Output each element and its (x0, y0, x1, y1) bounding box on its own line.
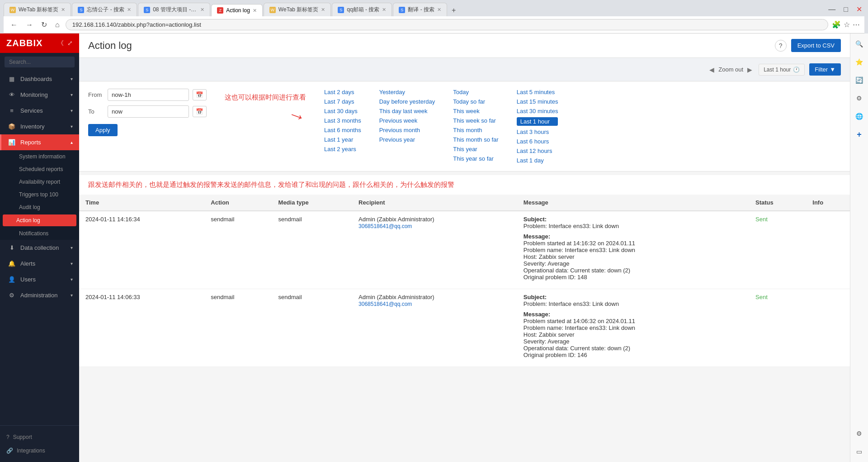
help-button[interactable]: ? (775, 40, 787, 52)
sidebar-item-alerts[interactable]: 🔔 Alerts ▾ (0, 256, 79, 271)
clock-icon: 🕐 (793, 67, 800, 73)
to-calendar-btn[interactable]: 📅 (193, 106, 207, 117)
sidebar-item-services-label: Services (20, 107, 43, 114)
quick-day-before[interactable]: Day before yesterday (379, 98, 435, 105)
sidebar-item-dashboards[interactable]: ▦ Dashboards ▾ (0, 71, 79, 87)
quick-last-30-days[interactable]: Last 30 days (324, 108, 361, 114)
from-calendar-btn[interactable]: 📅 (193, 89, 207, 100)
filter-button[interactable]: Filter ▼ (809, 63, 841, 76)
quick-previous-year[interactable]: Previous year (379, 136, 435, 143)
quick-this-day-last-week[interactable]: This day last week (379, 108, 435, 114)
to-input[interactable] (108, 105, 189, 118)
sidebar-item-data-collection[interactable]: ⬇ Data collection ▾ (0, 240, 79, 256)
quick-last-2-years[interactable]: Last 2 years (324, 146, 361, 152)
right-settings-icon[interactable]: ⚙ (853, 91, 866, 105)
sidebar-item-audit-log[interactable]: Audit log (0, 201, 79, 214)
cell-status-1: Sent (749, 211, 806, 289)
quick-this-week[interactable]: This week (453, 108, 498, 114)
quick-this-week-so-far[interactable]: This week so far (453, 117, 498, 124)
sidebar-item-inventory[interactable]: 📦 Inventory ▾ (0, 119, 79, 134)
quick-this-year-so-far[interactable]: This year so far (453, 155, 498, 162)
quick-last-6-hours[interactable]: Last 6 hours (517, 138, 558, 145)
apply-button[interactable]: Apply (88, 124, 118, 136)
quick-today-so-far[interactable]: Today so far (453, 98, 498, 105)
quick-this-month[interactable]: This month (453, 127, 498, 133)
new-tab-button[interactable]: + (448, 5, 459, 16)
sidebar-item-system-info[interactable]: System information (0, 150, 79, 163)
tab-qq-mail[interactable]: S qq邮箱 - 搜索 ✕ (332, 3, 392, 16)
quick-last-3-hours[interactable]: Last 3 hours (517, 129, 558, 135)
right-search-icon[interactable]: 🔍 (853, 37, 866, 51)
maximize-btn[interactable]: □ (841, 5, 850, 14)
minimize-btn[interactable]: — (826, 5, 838, 14)
bookmark-btn[interactable]: ☆ (844, 20, 850, 29)
zoom-prev-btn[interactable]: ◀ (708, 64, 716, 75)
quick-yesterday[interactable]: Yesterday (379, 89, 435, 95)
search-input[interactable] (5, 57, 75, 67)
from-input[interactable] (108, 89, 189, 101)
right-bottom-panel[interactable]: ▭ (853, 445, 866, 458)
quick-last-3-months[interactable]: Last 3 months (324, 117, 361, 124)
sidebar-item-reports[interactable]: 📊 Reports ▴ (0, 134, 79, 150)
tab-action-log[interactable]: Z Action log ✕ (211, 4, 263, 16)
sidebar-item-integrations[interactable]: 🔗 Integrations (6, 444, 73, 457)
right-zoom-icon[interactable]: 🌐 (853, 110, 866, 123)
sidebar-item-services[interactable]: ≡ Services ▾ (0, 103, 79, 119)
forward-button[interactable]: → (24, 20, 35, 30)
zoom-next-btn[interactable]: ▶ (745, 64, 754, 75)
sidebar-item-administration[interactable]: ⚙ Administration ▾ (0, 287, 79, 303)
back-button[interactable]: ← (8, 20, 20, 30)
extensions-btn[interactable]: 🧩 (832, 20, 841, 29)
sidebar-item-triggers-top[interactable]: Triggers top 100 (0, 188, 79, 201)
quick-last-7-days[interactable]: Last 7 days (324, 98, 361, 105)
right-bottom-settings[interactable]: ⚙ (853, 427, 866, 440)
sidebar-item-scheduled[interactable]: Scheduled reports (0, 163, 79, 176)
tab-wetab-2[interactable]: W WeTab 新标签页 ✕ (264, 3, 331, 16)
tab-manage[interactable]: S 08 管理大项目 - 忘... ✕ (138, 3, 210, 16)
right-add-icon[interactable]: + (853, 128, 866, 141)
quick-previous-week[interactable]: Previous week (379, 117, 435, 124)
users-arrow: ▾ (71, 277, 73, 282)
sidebar-item-action-log[interactable]: Action log (3, 214, 76, 226)
quick-last-1-year[interactable]: Last 1 year (324, 136, 361, 143)
quick-last-5-min[interactable]: Last 5 minutes (517, 89, 558, 95)
quick-last-15-min[interactable]: Last 15 minutes (517, 98, 558, 105)
quick-last-30-min[interactable]: Last 30 minutes (517, 108, 558, 114)
settings-btn[interactable]: ⋯ (853, 20, 860, 29)
cell-info-1 (806, 211, 850, 289)
refresh-button[interactable]: ↻ (39, 19, 49, 30)
tab-translate[interactable]: S 翻译 - 搜索 ✕ (393, 3, 447, 16)
quick-this-year[interactable]: This year (453, 146, 498, 152)
close-btn[interactable]: ✕ (854, 4, 864, 14)
main-content: ◀ Zoom out ▶ Last 1 hour 🕐 Filter ▼ (79, 58, 850, 462)
support-label: Support (13, 434, 32, 440)
users-icon: 👤 (8, 276, 16, 283)
sidebar-item-support[interactable]: ? Support (6, 430, 73, 444)
sidebar-item-monitoring[interactable]: 👁 Monitoring ▾ (0, 87, 79, 103)
quick-previous-month[interactable]: Previous month (379, 127, 435, 133)
quick-this-month-so-far[interactable]: This month so far (453, 136, 498, 143)
home-button[interactable]: ⌂ (53, 20, 62, 30)
quick-last-2-days[interactable]: Last 2 days (324, 89, 361, 95)
tab-search-1[interactable]: S 忘情公子 - 搜索 ✕ (72, 3, 137, 16)
quick-last-6-months[interactable]: Last 6 months (324, 127, 361, 133)
right-refresh-icon[interactable]: 🔄 (853, 73, 866, 87)
quick-last-12-hours[interactable]: Last 12 hours (517, 148, 558, 154)
quick-today[interactable]: Today (453, 89, 498, 95)
sidebar-item-administration-label: Administration (20, 292, 57, 299)
export-csv-button[interactable]: Export to CSV (791, 39, 841, 52)
expand-icon[interactable]: ⤢ (67, 39, 73, 48)
cell-time-2: 2024-01-11 14:06:33 (79, 289, 204, 367)
sidebar-item-notifications[interactable]: Notifications (0, 227, 79, 240)
status-badge-1: Sent (755, 216, 768, 223)
quick-last-1-day[interactable]: Last 1 day (517, 157, 558, 164)
collapse-icon[interactable]: 《 (57, 39, 64, 48)
sidebar-item-availability[interactable]: Availability report (0, 176, 79, 188)
integrations-icon: 🔗 (6, 448, 13, 454)
tab-wetab-1[interactable]: W WeTab 新标签页 ✕ (4, 3, 71, 16)
quick-last-1-hour[interactable]: Last 1 hour (517, 117, 558, 126)
right-bookmark-icon[interactable]: ⭐ (853, 55, 866, 69)
address-input[interactable] (66, 19, 828, 30)
dashboards-icon: ▦ (8, 76, 16, 82)
sidebar-item-users[interactable]: 👤 Users ▾ (0, 271, 79, 287)
